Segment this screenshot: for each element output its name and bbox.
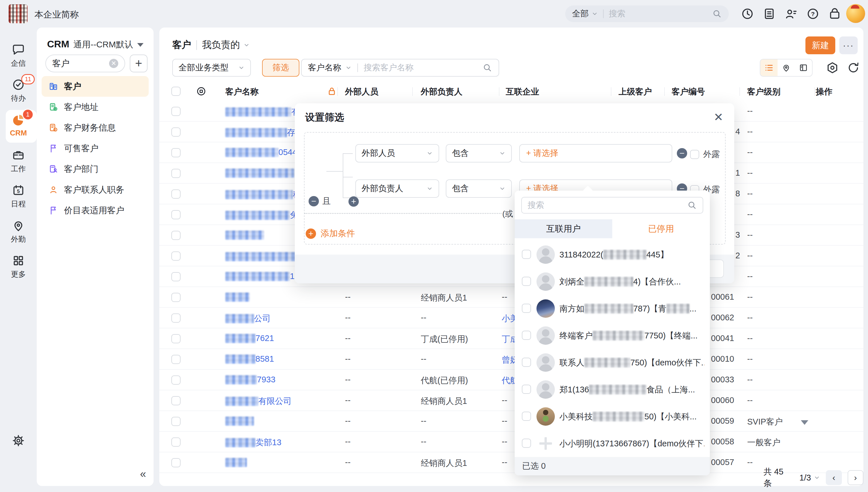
row-checkbox[interactable] bbox=[171, 417, 180, 426]
user-checkbox[interactable] bbox=[522, 277, 531, 286]
user-checkbox[interactable] bbox=[522, 331, 531, 340]
user-checkbox[interactable] bbox=[522, 250, 531, 259]
user-tab-已停用[interactable]: 已停用 bbox=[612, 219, 710, 238]
sidebar-search-input[interactable]: 客户 ✕ bbox=[45, 54, 125, 72]
select-all-checkbox[interactable] bbox=[171, 87, 180, 96]
remove-group-button[interactable]: − bbox=[308, 196, 319, 206]
rail-item-工作[interactable]: 工作 bbox=[0, 149, 37, 174]
row-checkbox[interactable] bbox=[171, 169, 180, 178]
row-checkbox[interactable] bbox=[171, 438, 180, 447]
freeze-column-icon[interactable] bbox=[196, 86, 206, 96]
row-checkbox[interactable] bbox=[171, 375, 180, 385]
rail-item-企信[interactable]: 企信 bbox=[0, 43, 37, 68]
clock-icon[interactable] bbox=[741, 7, 754, 20]
row-checkbox[interactable] bbox=[171, 314, 180, 323]
user-checkbox[interactable] bbox=[522, 358, 531, 367]
sidebar-item-可售客户[interactable]: 可售客户 bbox=[42, 138, 149, 159]
user-checkbox[interactable] bbox=[522, 304, 531, 313]
refresh-icon[interactable] bbox=[847, 61, 860, 74]
page-select[interactable]: 1/3 bbox=[799, 473, 820, 483]
table-search[interactable]: 客户名称 搜索客户名称 bbox=[301, 59, 499, 77]
rail-item-CRM[interactable]: 1CRM bbox=[0, 114, 37, 138]
sidebar-item-客户[interactable]: 客户 bbox=[42, 76, 149, 97]
collapse-sidebar-button[interactable]: « bbox=[140, 468, 146, 480]
user-list-item[interactable]: 刘炳全4)【合作伙... bbox=[515, 268, 710, 295]
customer-name-link[interactable]: 存 bbox=[225, 127, 295, 138]
table-settings-icon[interactable] bbox=[826, 61, 839, 74]
workspace-switcher[interactable]: CRM 通用--CRM默认 bbox=[47, 39, 144, 51]
level-dropdown-caret[interactable] bbox=[801, 420, 808, 425]
list-view-button[interactable] bbox=[760, 59, 777, 76]
user-list-item[interactable]: 311842022(445】 bbox=[515, 241, 710, 268]
user-checkbox[interactable] bbox=[522, 439, 531, 448]
row-checkbox[interactable] bbox=[171, 334, 180, 343]
user-search-input[interactable]: 搜索 bbox=[521, 197, 703, 214]
help-icon[interactable]: ? bbox=[806, 7, 819, 20]
user-list-item[interactable]: 小美科技50)【小美科... bbox=[515, 403, 710, 430]
row-checkbox[interactable] bbox=[171, 251, 180, 261]
row-checkbox[interactable] bbox=[171, 210, 180, 219]
sidebar-item-客户地址[interactable]: 客户地址 bbox=[42, 97, 149, 117]
new-button[interactable]: 新建 bbox=[805, 36, 835, 54]
search-icon[interactable] bbox=[482, 63, 492, 73]
map-view-button[interactable] bbox=[777, 59, 795, 76]
customer-name-link[interactable]: 卖部13 bbox=[225, 437, 281, 448]
row-checkbox[interactable] bbox=[171, 190, 180, 199]
row-checkbox[interactable] bbox=[171, 293, 180, 302]
row-checkbox[interactable] bbox=[171, 148, 180, 157]
customer-name-link[interactable]: 公司 bbox=[225, 313, 271, 324]
filter-button[interactable]: 筛选 bbox=[262, 59, 299, 77]
sidebar-item-客户部门[interactable]: 客户部门 bbox=[42, 159, 149, 179]
row-checkbox[interactable] bbox=[171, 127, 180, 137]
rail-item-外勤[interactable]: 外勤 bbox=[0, 219, 37, 244]
add-condition-button[interactable]: + 添加条件 bbox=[306, 228, 355, 239]
rail-item-更多[interactable]: 更多 bbox=[0, 254, 37, 279]
close-icon[interactable]: ✕ bbox=[713, 112, 724, 123]
rail-item-待办[interactable]: 11待办 bbox=[0, 78, 37, 103]
clear-icon[interactable]: ✕ bbox=[109, 59, 118, 68]
customer-name-link[interactable]: 7933 bbox=[225, 375, 276, 384]
customer-name-link[interactable]: 1 bbox=[225, 168, 299, 178]
row-checkbox[interactable] bbox=[171, 458, 180, 467]
mall-bag-icon[interactable] bbox=[828, 7, 841, 20]
remove-condition-button[interactable]: − bbox=[677, 148, 687, 158]
sidebar-item-客户财务信息[interactable]: ¥客户财务信息 bbox=[42, 117, 149, 138]
user-list-item[interactable]: 南方如787)【青... bbox=[515, 295, 710, 322]
approval-icon[interactable] bbox=[763, 7, 776, 20]
user-avatar[interactable] bbox=[846, 4, 865, 23]
board-view-button[interactable] bbox=[795, 59, 812, 76]
user-checkbox[interactable] bbox=[522, 412, 531, 421]
search-scope[interactable]: 全部 bbox=[572, 8, 589, 20]
expose-checkbox[interactable] bbox=[690, 150, 699, 159]
business-type-select[interactable]: 全部业务类型 bbox=[172, 59, 251, 77]
row-checkbox[interactable] bbox=[171, 231, 180, 240]
user-list-item[interactable]: 郑1(136食品（上海... bbox=[515, 376, 710, 403]
add-object-button[interactable]: + bbox=[130, 54, 148, 72]
row-checkbox[interactable] bbox=[171, 107, 180, 116]
rail-item-日程[interactable]: 5日程 bbox=[0, 184, 37, 209]
user-list-item[interactable]: 小小明明(13713667867)【demo伙伴下... bbox=[515, 430, 710, 456]
row-checkbox[interactable] bbox=[171, 396, 180, 405]
row-checkbox[interactable] bbox=[171, 272, 180, 281]
more-actions-button[interactable]: ··· bbox=[839, 36, 858, 54]
customer-name-link[interactable]: 7621 bbox=[225, 334, 274, 343]
prev-page-button[interactable]: ‹ bbox=[826, 470, 842, 485]
condition-op-select[interactable]: 包含 bbox=[446, 144, 512, 163]
sidebar-item-客户联系人职务[interactable]: 客户联系人职务 bbox=[42, 179, 149, 200]
customer-name-link[interactable] bbox=[225, 230, 264, 240]
customer-name-link[interactable] bbox=[225, 416, 254, 426]
customer-name-link[interactable]: 有限公司 bbox=[225, 396, 292, 407]
global-search[interactable]: 全部 搜索 bbox=[565, 5, 729, 22]
search-icon[interactable] bbox=[712, 9, 722, 19]
search-field-select[interactable]: 客户名称 bbox=[308, 62, 341, 73]
next-page-button[interactable]: › bbox=[848, 470, 863, 485]
condition-field-select[interactable]: 外部负责人 bbox=[355, 179, 439, 198]
user-checkbox[interactable] bbox=[522, 385, 531, 394]
row-checkbox[interactable] bbox=[171, 355, 180, 364]
user-tab-互联用户[interactable]: 互联用户 bbox=[515, 219, 612, 238]
customer-name-link[interactable] bbox=[225, 458, 247, 467]
view-scope[interactable]: 我负责的 bbox=[202, 39, 240, 51]
condition-value-input[interactable]: + 请选择 bbox=[519, 144, 672, 163]
customer-name-link[interactable]: 054420 bbox=[225, 148, 306, 157]
customer-name-link[interactable]: 8581 bbox=[225, 354, 274, 364]
